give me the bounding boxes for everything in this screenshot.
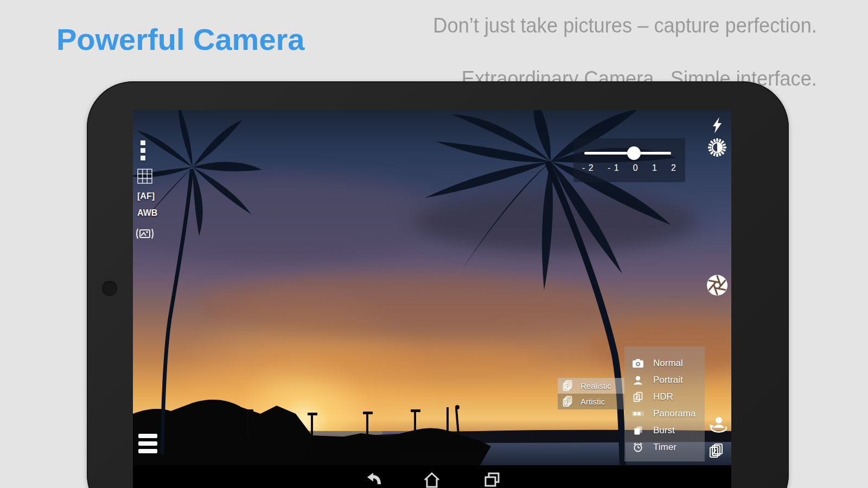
mode-item-normal[interactable]: Normal xyxy=(624,355,705,371)
alarm-clock-icon xyxy=(631,442,644,453)
tablet-device-frame: [AF] AWB - 2 - 1 0 xyxy=(87,81,789,488)
photo-stack-artistic-icon xyxy=(562,396,574,408)
portrait-bust-icon xyxy=(631,375,644,386)
effects-filter-icon[interactable] xyxy=(709,443,724,459)
mode-item-timer[interactable]: Timer xyxy=(624,439,705,455)
white-balance-button[interactable]: AWB xyxy=(137,208,157,218)
autofocus-button[interactable]: [AF] xyxy=(137,191,155,201)
front-camera-lens xyxy=(102,281,117,296)
tablet-screen: [AF] AWB - 2 - 1 0 xyxy=(133,110,731,488)
exposure-tick: - 2 xyxy=(582,163,594,173)
mode-item-label: Burst xyxy=(653,425,675,436)
android-nav-bar xyxy=(133,465,731,488)
recents-icon xyxy=(483,471,501,488)
mode-item-label: HDR xyxy=(653,391,673,402)
burst-sheets-icon xyxy=(631,425,644,436)
dot xyxy=(141,140,145,145)
exposure-tick: 2 xyxy=(671,163,676,173)
mode-item-burst[interactable]: Burst xyxy=(624,422,705,439)
bar xyxy=(138,434,157,438)
tagline-line1: Don’t just take pictures – capture perfe… xyxy=(433,14,817,37)
mode-item-label: Timer xyxy=(653,442,676,453)
filter-item-artistic[interactable]: Artistic xyxy=(558,394,624,409)
mode-menu: Normal Portrait xyxy=(624,346,705,461)
nav-recents-button[interactable] xyxy=(481,471,503,488)
filter-submenu: Realistic Artistic xyxy=(558,378,624,409)
filter-item-label: Realistic xyxy=(580,381,611,390)
filter-item-realistic[interactable]: Realistic xyxy=(558,378,624,394)
contrast-icon[interactable] xyxy=(707,137,727,158)
exposure-tick: 1 xyxy=(652,163,658,173)
shutter-aperture-icon[interactable] xyxy=(706,274,729,297)
panorama-strip-icon xyxy=(631,410,644,418)
switch-camera-icon[interactable] xyxy=(708,415,730,434)
dot xyxy=(141,156,145,160)
nav-home-button[interactable] xyxy=(421,471,443,488)
back-icon xyxy=(363,471,382,488)
nav-back-button[interactable] xyxy=(362,471,384,488)
bar xyxy=(138,441,157,446)
more-options-button[interactable] xyxy=(141,140,145,163)
exposure-panel: - 2 - 1 0 1 2 xyxy=(573,138,685,182)
camera-viewfinder[interactable]: [AF] AWB - 2 - 1 0 xyxy=(133,110,731,465)
mode-item-panorama[interactable]: Panorama xyxy=(624,405,705,422)
grid-overlay-button[interactable] xyxy=(137,169,152,184)
exposure-scale: - 2 - 1 0 1 2 xyxy=(582,163,676,173)
mode-item-portrait[interactable]: Portrait xyxy=(624,371,705,388)
flash-icon[interactable] xyxy=(709,117,724,134)
bar xyxy=(138,449,157,453)
mode-item-hdr[interactable]: HDR xyxy=(624,388,705,405)
camera-icon xyxy=(631,358,644,368)
exposure-slider-thumb[interactable] xyxy=(627,146,641,160)
home-icon xyxy=(422,471,442,488)
exposure-tick: - 1 xyxy=(608,163,620,173)
dot xyxy=(141,148,145,153)
stacked-frames-icon xyxy=(631,391,644,402)
mode-item-label: Normal xyxy=(653,358,683,369)
mode-item-label: Panorama xyxy=(653,408,695,419)
tagline: Don’t just take pictures – capture perfe… xyxy=(433,12,817,92)
photo-stack-realistic-icon xyxy=(562,380,574,392)
mode-item-label: Portrait xyxy=(653,375,683,386)
hamburger-menu-button[interactable] xyxy=(138,434,157,457)
exposure-tick: 0 xyxy=(633,163,639,173)
page-title: Powerful Camera xyxy=(56,22,305,57)
scene-mode-button[interactable] xyxy=(135,227,155,240)
filter-item-label: Artistic xyxy=(580,397,605,406)
